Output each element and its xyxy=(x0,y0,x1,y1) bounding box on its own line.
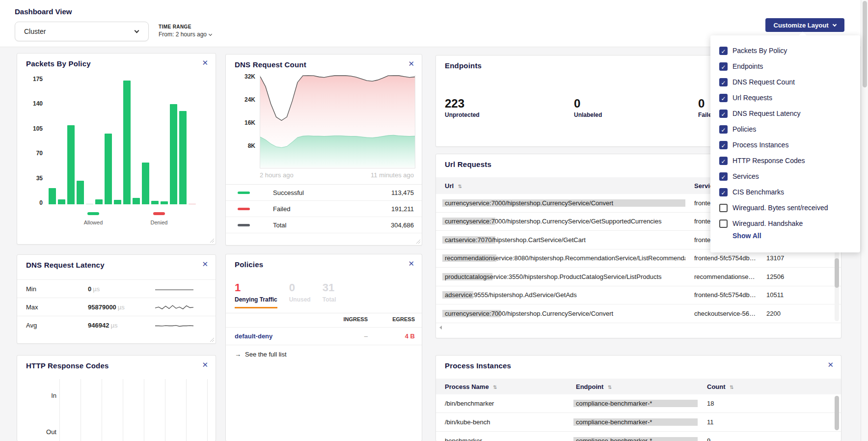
sort-icon[interactable]: ⇅ xyxy=(608,385,612,390)
menu-item[interactable]: ✓DNS Request Count xyxy=(719,74,828,90)
card-title: Policies xyxy=(235,260,263,269)
bar xyxy=(105,134,112,204)
policy-row[interactable]: default-deny – 4 B xyxy=(226,327,422,345)
menu-item[interactable]: Wireguard. Handshake xyxy=(719,216,828,231)
horizontal-scrollbar[interactable] xyxy=(436,323,841,332)
y-tick-label: 8K xyxy=(236,142,255,149)
legend-swatch xyxy=(153,212,165,215)
time-range-value[interactable]: From: 2 hours ago xyxy=(159,31,212,38)
dns-request-latency-card: DNS Request Latency ✕ Min0µsMax95879000µ… xyxy=(17,254,216,344)
column-header[interactable]: Process Name ⇅ xyxy=(436,383,567,390)
page-scrollbar[interactable] xyxy=(861,0,868,441)
resize-handle[interactable] xyxy=(210,238,214,243)
policy-name-link[interactable]: default-deny xyxy=(226,332,321,340)
page-scrollbar-thumb[interactable] xyxy=(863,1,867,87)
table-row[interactable]: productcatalogservice:3550/hipstershop.P… xyxy=(436,268,841,286)
close-icon[interactable]: ✕ xyxy=(202,361,208,368)
view-select[interactable]: Cluster xyxy=(15,22,149,41)
checkbox-icon[interactable] xyxy=(719,204,728,212)
dashboard-page: Dashboard View Cluster TIME RANGE From: … xyxy=(0,0,868,441)
stat-label: Unlabeled xyxy=(574,111,602,118)
url-cell: recommendationservice:8080/hipstershop.R… xyxy=(436,254,685,262)
process-name-cell: benchmarker xyxy=(436,437,567,441)
checkbox-icon[interactable]: ✓ xyxy=(719,78,728,86)
card-title: Process Instances xyxy=(445,361,511,370)
sort-icon[interactable]: ⇅ xyxy=(458,184,462,189)
menu-item[interactable]: ✓DNS Request Latency xyxy=(719,106,828,121)
see-full-list-link[interactable]: →See the full list xyxy=(235,351,287,358)
count-cell: 13107 xyxy=(758,254,841,262)
close-icon[interactable]: ✕ xyxy=(202,260,208,268)
policy-tab-denying-traffic[interactable]: 1Denying Traffic xyxy=(235,281,277,308)
menu-item[interactable]: ✓Url Requests xyxy=(719,90,828,106)
card-title: DNS Request Count xyxy=(235,60,306,69)
sort-icon[interactable]: ⇅ xyxy=(493,385,497,390)
checkbox-icon[interactable] xyxy=(719,220,728,228)
checkbox-icon[interactable]: ✓ xyxy=(719,62,728,71)
resize-handle[interactable] xyxy=(416,239,420,244)
latency-label: Min xyxy=(26,285,88,293)
scroll-left-arrow[interactable] xyxy=(439,326,442,330)
count-text: 2200 xyxy=(766,310,781,317)
x-axis-label-right: 11 minutes ago xyxy=(371,171,414,179)
chevron-down-icon xyxy=(135,28,139,33)
close-icon[interactable]: ✕ xyxy=(827,361,834,368)
scrollbar-thumb[interactable] xyxy=(835,258,839,288)
checkbox-icon[interactable]: ✓ xyxy=(719,141,728,149)
menu-item[interactable]: ✓CIS Benchmarks xyxy=(719,184,828,200)
customize-layout-button[interactable]: Customize Layout xyxy=(765,18,844,32)
policy-tab-unused[interactable]: 0Unused xyxy=(289,281,311,308)
url-text: currencyservice:7000/hipstershop.Currenc… xyxy=(445,199,613,207)
checkbox-icon[interactable]: ✓ xyxy=(719,188,728,196)
area-chart xyxy=(260,75,415,168)
count-cell: 12506 xyxy=(758,273,841,280)
policy-tab-total[interactable]: 31Total xyxy=(323,281,336,308)
bar xyxy=(133,198,140,204)
sort-icon[interactable]: ⇅ xyxy=(730,385,733,390)
table-row[interactable]: currencyservice:7000/hipstershop.Currenc… xyxy=(436,304,841,323)
close-icon[interactable]: ✕ xyxy=(202,59,208,66)
row-label-out: Out xyxy=(17,428,56,436)
table-row[interactable]: adservice:9555/hipstershop.AdService/Get… xyxy=(436,286,841,305)
close-icon[interactable]: ✕ xyxy=(408,60,414,67)
menu-item[interactable]: ✓Services xyxy=(719,168,828,184)
scrollbar-thumb[interactable] xyxy=(835,396,839,430)
bar xyxy=(49,188,56,204)
menu-item-label: Services xyxy=(732,172,759,180)
table-header-row: Process Name ⇅Endpoint ⇅Count ⇅ xyxy=(436,379,841,394)
policy-egress-value: 4 B xyxy=(368,332,415,340)
menu-item[interactable]: ✓Packets By Policy xyxy=(719,43,828,58)
bar-chart xyxy=(26,76,208,204)
menu-item[interactable]: ✓Process Instances xyxy=(719,137,828,153)
table-row[interactable]: benchmarkercompliance-benchmarker-*9 xyxy=(436,432,841,441)
latency-unit: µs xyxy=(110,322,117,329)
menu-item[interactable]: ✓Endpoints xyxy=(719,58,828,74)
url-cell: cartservice:7070/hipstershop.CartService… xyxy=(436,236,685,244)
service-text: frontend-5fc5754db… xyxy=(694,254,756,262)
chevron-down-icon xyxy=(833,22,837,26)
service-text: frontend-5fc5754db… xyxy=(694,291,756,299)
process-name-cell: /bin/benchmarker xyxy=(436,400,567,407)
checkbox-icon[interactable]: ✓ xyxy=(719,110,728,118)
column-header[interactable]: Count ⇅ xyxy=(698,383,841,390)
checkbox-icon[interactable]: ✓ xyxy=(719,157,728,165)
table-row[interactable]: /bin/benchmarkercompliance-benchmarker-*… xyxy=(436,394,841,413)
menu-item[interactable]: Wireguard. Bytes sent/received xyxy=(719,200,828,216)
menu-item[interactable]: ✓Policies xyxy=(719,121,828,137)
resize-handle[interactable] xyxy=(210,337,214,342)
close-icon[interactable]: ✕ xyxy=(408,260,414,267)
checkbox-icon[interactable]: ✓ xyxy=(719,172,728,181)
checkbox-icon[interactable]: ✓ xyxy=(719,94,728,102)
table-row[interactable]: /bin/kube-benchcompliance-benchmarker-*1… xyxy=(436,413,841,432)
process-name-cell: /bin/kube-bench xyxy=(436,418,567,426)
checkbox-icon[interactable]: ✓ xyxy=(719,47,728,55)
checkbox-icon[interactable]: ✓ xyxy=(719,125,728,134)
y-tick-label: 32K xyxy=(236,73,255,80)
url-column-header[interactable]: Url ⇅ xyxy=(436,182,685,190)
time-range[interactable]: TIME RANGE From: 2 hours ago xyxy=(159,24,212,38)
show-all-link[interactable]: Show All xyxy=(732,232,761,240)
menu-item-label: DNS Request Latency xyxy=(732,110,801,117)
column-header[interactable]: Endpoint ⇅ xyxy=(567,383,698,390)
legend-row: Successful113,475 xyxy=(226,185,422,201)
menu-item[interactable]: ✓HTTP Response Codes xyxy=(719,153,828,168)
